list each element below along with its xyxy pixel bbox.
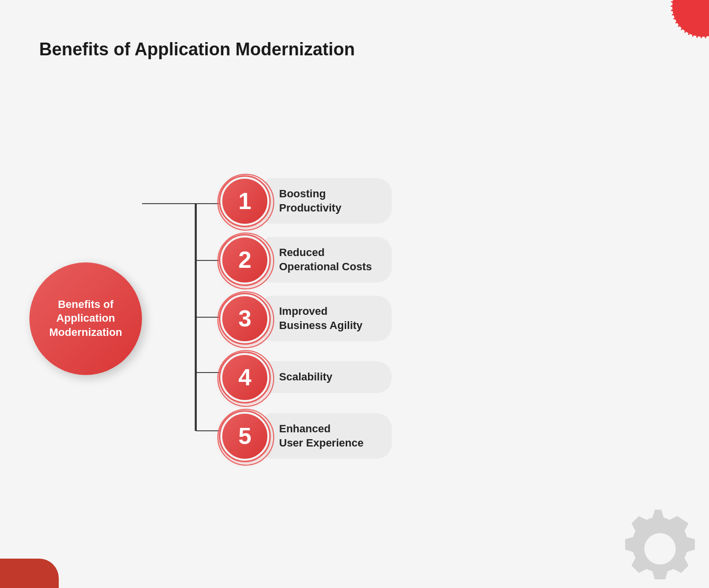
number-3: 3	[238, 305, 252, 332]
number-1: 1	[238, 188, 252, 214]
center-circle: Benefits of Application Modernization	[29, 262, 142, 375]
benefits-list: 1 BoostingProductivity 2 ReducedOperatio…	[220, 177, 680, 461]
number-2: 2	[238, 246, 252, 273]
diagram-inner: Benefits of Application Modernization	[29, 177, 680, 461]
deco-top-right-circle	[671, 0, 709, 38]
benefit-row-1: 1 BoostingProductivity	[220, 177, 680, 226]
benefit-label-2: ReducedOperational Costs	[264, 237, 392, 282]
number-circle-2: 2	[220, 235, 269, 284]
deco-bottom-left-bar	[0, 559, 59, 588]
benefit-label-3: ImprovedBusiness Agility	[264, 296, 392, 341]
benefit-row-5: 5 EnhancedUser Experience	[220, 412, 680, 461]
number-5: 5	[238, 423, 252, 449]
benefit-label-4: Scalability	[264, 361, 392, 393]
benefit-label-1: BoostingProductivity	[264, 178, 392, 224]
number-circle-4: 4	[220, 353, 269, 402]
number-circle-1: 1	[220, 177, 269, 226]
number-circle-5: 5	[220, 412, 269, 461]
number-4: 4	[238, 364, 252, 391]
benefit-row-3: 3 ImprovedBusiness Agility	[220, 294, 680, 343]
right-section: 1 BoostingProductivity 2 ReducedOperatio…	[142, 177, 680, 461]
benefit-text-2: ReducedOperational Costs	[279, 246, 372, 273]
benefit-text-5: EnhancedUser Experience	[279, 423, 363, 449]
number-circle-3: 3	[220, 294, 269, 343]
center-circle-label: Benefits of Application Modernization	[39, 298, 132, 340]
diagram-container: Benefits of Application Modernization	[29, 78, 680, 559]
benefit-label-5: EnhancedUser Experience	[264, 413, 392, 459]
benefit-text-1: BoostingProductivity	[279, 188, 341, 214]
benefit-text-4: Scalability	[279, 371, 332, 383]
page-title: Benefits of Application Modernization	[39, 39, 355, 60]
benefit-row-2: 2 ReducedOperational Costs	[220, 235, 680, 284]
benefit-text-3: ImprovedBusiness Agility	[279, 305, 362, 331]
benefit-row-4: 4 Scalability	[220, 353, 680, 402]
